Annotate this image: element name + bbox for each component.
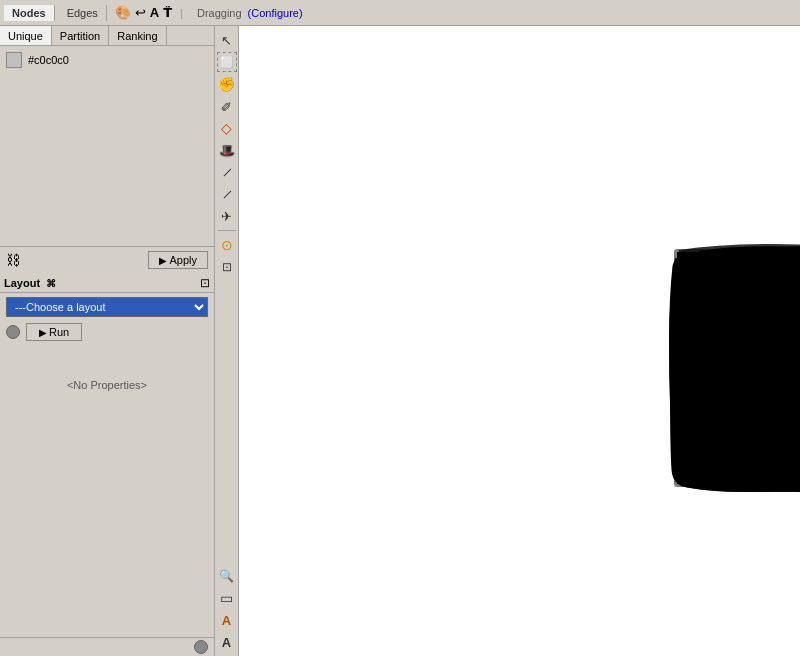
rect-tool-btn[interactable]: ▭ [217, 588, 237, 608]
run-button[interactable]: ▶ Run [26, 323, 82, 341]
sub-tabs-row: Unique Partition Ranking [0, 26, 214, 46]
main-area: Unique Partition Ranking #c0c0c0 ⛓ ▶ App… [0, 26, 800, 656]
color-tab-icon[interactable]: 🎨 [115, 5, 131, 20]
edges-tab[interactable]: Edges [59, 5, 107, 21]
font-a2-tool-btn[interactable]: A [217, 632, 237, 652]
plane-tool-btn[interactable]: ✈ [217, 206, 237, 226]
layout-dropdown-row: ---Choose a layout [0, 293, 214, 321]
mode-label: Dragging [197, 7, 242, 19]
color-swatch-0[interactable] [6, 52, 22, 68]
run-dot [6, 325, 20, 339]
color-label-0: #c0c0c0 [28, 54, 69, 66]
layout-panel-title: Layout ⌘ [4, 277, 56, 289]
top-toolbar: Nodes Edges 🎨 ↩ A T̈ | Dragging (Configu… [0, 0, 800, 26]
unique-tab[interactable]: Unique [0, 26, 52, 45]
run-row: ▶ Run [0, 321, 214, 345]
apply-row: ⛓ ▶ Apply [0, 246, 214, 273]
drawn-shape [669, 244, 800, 492]
color-entry-0[interactable]: #c0c0c0 [4, 50, 210, 70]
layout-maximize-icon[interactable]: ⊡ [200, 276, 210, 290]
text2-tab-icon[interactable]: T̈ [163, 5, 172, 20]
target-tool-btn[interactable]: ⊙ [217, 235, 237, 255]
configure-link[interactable]: (Configure) [248, 7, 303, 19]
history-tab-icon[interactable]: ↩ [135, 5, 146, 20]
partition-tab[interactable]: Partition [52, 26, 109, 45]
lasso-tool-btn[interactable]: ⊡ [217, 257, 237, 277]
apply-button[interactable]: ▶ Apply [148, 251, 208, 269]
font-a-tool-btn[interactable]: A [217, 610, 237, 630]
color-list-area: #c0c0c0 [0, 46, 214, 246]
gem-tool-btn[interactable]: ◇ [217, 118, 237, 138]
layout-panel-header[interactable]: Layout ⌘ ⊡ [0, 273, 214, 293]
line2-tool-btn[interactable]: ─ [215, 180, 239, 208]
no-properties-label: <No Properties> [67, 379, 147, 391]
svg-rect-0 [677, 252, 800, 484]
ranking-tab[interactable]: Ranking [109, 26, 166, 45]
left-panel: Unique Partition Ranking #c0c0c0 ⛓ ▶ App… [0, 26, 215, 656]
select-tool-btn[interactable]: ↖ [217, 30, 237, 50]
text-tab-icon[interactable]: A [150, 5, 159, 20]
nodes-tab[interactable]: Nodes [4, 5, 55, 21]
toolbar-separator [218, 230, 236, 231]
pencil-tool-btn[interactable]: ✏ [215, 92, 239, 120]
vertical-toolbar: ↖ ⬜ ✊ ✏ ◇ 🎩 ─ ─ ✈ ⊙ ⊡ 🔍 ▭ A A [215, 26, 239, 656]
properties-area: <No Properties> [0, 345, 214, 425]
bottom-dot-row [0, 637, 214, 656]
link-icon[interactable]: ⛓ [6, 252, 20, 268]
zoom-tool-btn[interactable]: 🔍 [217, 566, 237, 586]
rect-select-tool-btn[interactable]: ⬜ [217, 52, 237, 72]
bottom-indicator-dot [194, 640, 208, 654]
layout-select[interactable]: ---Choose a layout [6, 297, 208, 317]
canvas-area[interactable] [239, 26, 800, 656]
